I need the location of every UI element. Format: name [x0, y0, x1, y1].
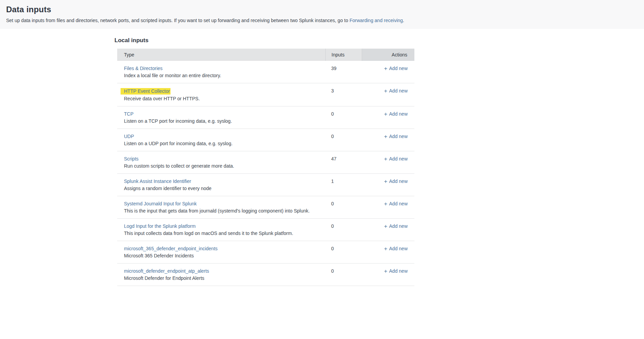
input-type-description: Run custom scripts to collect or generat…	[124, 163, 319, 169]
add-new-label: Add new	[389, 201, 408, 206]
actions-cell: +Add new	[362, 151, 414, 173]
table-row: UDP Listen on a UDP port for incoming da…	[117, 129, 414, 151]
type-cell: Scripts Run custom scripts to collect or…	[117, 151, 325, 173]
input-type-description: Assigns a random identifier to every nod…	[124, 186, 319, 191]
main-content: Local inputs Type Inputs Actions Files &…	[0, 29, 644, 286]
type-cell: TCP Listen on a TCP port for incoming da…	[117, 106, 325, 129]
type-cell: Logd Input for the Splunk platform This …	[117, 219, 325, 241]
inputs-count: 0	[325, 219, 362, 241]
input-type-link[interactable]: Logd Input for the Splunk platform	[124, 223, 196, 229]
add-new-link[interactable]: +Add new	[384, 134, 408, 139]
inputs-count: 0	[325, 196, 362, 218]
table-header-row: Type Inputs Actions	[117, 49, 414, 61]
table-row: Splunk Assist Instance Identifier Assign…	[117, 174, 414, 196]
input-type-link[interactable]: microsoft_365_defender_endpoint_incident…	[124, 246, 218, 252]
inputs-count: 39	[325, 61, 362, 83]
add-new-link[interactable]: +Add new	[384, 223, 408, 229]
actions-cell: +Add new	[362, 196, 414, 218]
inputs-count: 3	[325, 83, 362, 106]
plus-icon: +	[384, 179, 388, 184]
type-cell: microsoft_365_defender_endpoint_incident…	[117, 241, 325, 263]
add-new-label: Add new	[389, 66, 408, 71]
add-new-link[interactable]: +Add new	[384, 66, 408, 71]
plus-icon: +	[384, 269, 388, 274]
add-new-label: Add new	[389, 156, 408, 162]
input-type-description: Microsoft 365 Defender Incidents	[124, 253, 319, 259]
input-type-link[interactable]: Systemd Journald Input for Splunk	[124, 201, 197, 207]
add-new-label: Add new	[389, 268, 408, 274]
add-new-label: Add new	[389, 223, 408, 229]
add-new-label: Add new	[389, 111, 408, 117]
input-type-link[interactable]: UDP	[124, 134, 134, 139]
add-new-label: Add new	[389, 134, 408, 139]
inputs-count: 1	[325, 174, 362, 196]
table-row: microsoft_365_defender_endpoint_incident…	[117, 241, 414, 264]
input-type-description: This input collects data from logd on ma…	[124, 231, 319, 236]
plus-icon: +	[384, 112, 388, 117]
add-new-label: Add new	[389, 88, 408, 94]
inputs-count: 0	[325, 264, 362, 286]
add-new-link[interactable]: +Add new	[384, 111, 408, 117]
actions-cell: +Add new	[362, 264, 414, 286]
actions-cell: +Add new	[362, 219, 414, 241]
column-header-type: Type	[117, 49, 325, 61]
page-subtitle: Set up data inputs from files and direct…	[6, 17, 638, 23]
type-cell: Splunk Assist Instance Identifier Assign…	[117, 174, 325, 196]
actions-cell: +Add new	[362, 61, 414, 83]
add-new-link[interactable]: +Add new	[384, 201, 408, 206]
table-body: Files & Directories Index a local file o…	[117, 61, 414, 286]
actions-cell: +Add new	[362, 174, 414, 196]
input-type-link[interactable]: HTTP Event Collector	[121, 88, 171, 95]
add-new-label: Add new	[389, 246, 408, 251]
column-header-actions: Actions	[362, 49, 414, 61]
add-new-link[interactable]: +Add new	[384, 246, 408, 251]
type-cell: UDP Listen on a UDP port for incoming da…	[117, 129, 325, 151]
table-row: Scripts Run custom scripts to collect or…	[117, 151, 414, 174]
table-row: Systemd Journald Input for Splunk This i…	[117, 196, 414, 219]
subtitle-text: Set up data inputs from files and direct…	[6, 18, 350, 23]
input-type-description: Listen on a TCP port for incoming data, …	[124, 118, 319, 124]
inputs-count: 0	[325, 241, 362, 263]
add-new-link[interactable]: +Add new	[384, 88, 408, 94]
table-row: Files & Directories Index a local file o…	[117, 61, 414, 83]
input-type-link[interactable]: TCP	[124, 111, 133, 117]
plus-icon: +	[384, 224, 388, 229]
type-cell: Files & Directories Index a local file o…	[117, 61, 325, 83]
plus-icon: +	[384, 157, 388, 162]
input-type-description: Listen on a UDP port for incoming data, …	[124, 141, 319, 147]
inputs-count: 0	[325, 129, 362, 151]
page-title: Data inputs	[6, 5, 638, 14]
section-heading-local-inputs: Local inputs	[114, 37, 644, 44]
input-type-description: Microsoft Defender for Endpoint Alerts	[124, 275, 319, 281]
actions-cell: +Add new	[362, 106, 414, 129]
plus-icon: +	[384, 247, 388, 251]
table-row: microsoft_defender_endpoint_atp_alerts M…	[117, 264, 414, 286]
forwarding-and-receiving-link[interactable]: Forwarding and receiving	[350, 18, 403, 23]
inputs-count: 47	[325, 151, 362, 173]
table-row: TCP Listen on a TCP port for incoming da…	[117, 106, 414, 129]
add-new-link[interactable]: +Add new	[384, 179, 408, 184]
table-row: Logd Input for the Splunk platform This …	[117, 219, 414, 241]
input-type-link[interactable]: Files & Directories	[124, 66, 163, 71]
input-type-link[interactable]: microsoft_defender_endpoint_atp_alerts	[124, 268, 209, 274]
local-inputs-table: Type Inputs Actions Files & Directories …	[117, 49, 414, 286]
plus-icon: +	[384, 134, 388, 139]
input-type-description: Receive data over HTTP or HTTPS.	[124, 96, 319, 102]
actions-cell: +Add new	[362, 129, 414, 151]
input-type-description: Index a local file or monitor an entire …	[124, 73, 319, 79]
input-type-description: This is the input that gets data from jo…	[124, 208, 319, 214]
subtitle-period: .	[403, 18, 404, 23]
input-type-link[interactable]: Splunk Assist Instance Identifier	[124, 179, 191, 184]
type-cell: HTTP Event Collector Receive data over H…	[117, 83, 325, 106]
type-cell: microsoft_defender_endpoint_atp_alerts M…	[117, 264, 325, 286]
actions-cell: +Add new	[362, 241, 414, 263]
page-header: Data inputs Set up data inputs from file…	[0, 0, 644, 29]
add-new-link[interactable]: +Add new	[384, 268, 408, 274]
plus-icon: +	[384, 89, 388, 94]
plus-icon: +	[384, 202, 388, 206]
actions-cell: +Add new	[362, 83, 414, 106]
add-new-link[interactable]: +Add new	[384, 156, 408, 162]
inputs-count: 0	[325, 106, 362, 129]
type-cell: Systemd Journald Input for Splunk This i…	[117, 196, 325, 218]
input-type-link[interactable]: Scripts	[124, 156, 139, 162]
